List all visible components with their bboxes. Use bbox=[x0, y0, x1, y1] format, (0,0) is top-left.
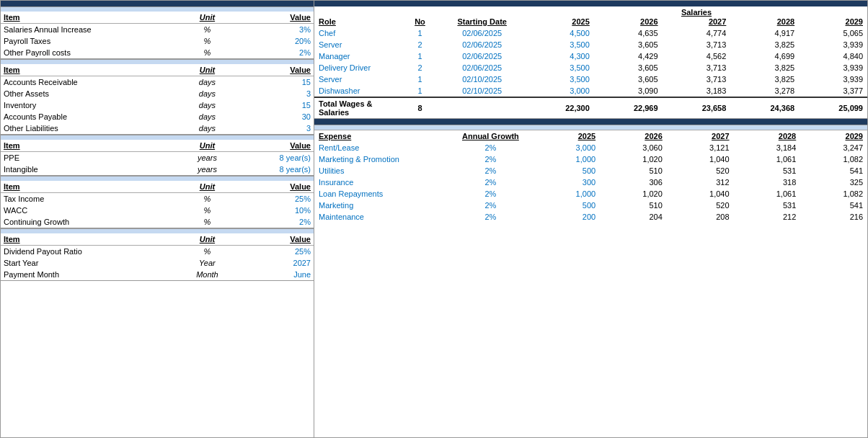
table-row: Payment Month Month June bbox=[1, 269, 314, 280]
growth-cell: 2% bbox=[448, 165, 533, 176]
item-cell: PPE bbox=[1, 152, 173, 164]
opex-2025-header: 2025 bbox=[533, 130, 600, 142]
value-cell: 3 bbox=[242, 122, 314, 134]
table-row: Accounts Receivable days 15 bbox=[1, 76, 314, 89]
opex-2029-cell: 3,247 bbox=[800, 142, 867, 153]
opex-2027-cell: 1,040 bbox=[667, 188, 734, 200]
total-2029: 25,099 bbox=[799, 97, 867, 118]
value-cell: 20% bbox=[242, 35, 314, 47]
opex-section: Expense Annual Growth 2025 2026 2027 202… bbox=[314, 119, 867, 437]
value-cell: 2027 bbox=[242, 257, 314, 269]
table-row: Salaries Annual Increase % 3% bbox=[1, 24, 314, 36]
unit-cell: days bbox=[173, 88, 242, 99]
role-cell: Dishwasher bbox=[314, 85, 402, 97]
value-cell: 15 bbox=[242, 99, 314, 111]
div-col-headers: Item Unit Value bbox=[1, 233, 314, 246]
opex-2027-cell: 520 bbox=[667, 200, 734, 211]
item-cell: Dividend Payout Ratio bbox=[1, 246, 173, 258]
2029-cell: 5,065 bbox=[799, 27, 867, 39]
depreciation-table: Item Unit Value PPE years 8 year(s) Inta… bbox=[1, 140, 314, 175]
working-capital-table: Item Unit Value Accounts Receivable days… bbox=[1, 64, 314, 134]
opex-2028-cell: 531 bbox=[734, 200, 801, 211]
role-cell: Server bbox=[314, 73, 402, 85]
opex-2026-header: 2026 bbox=[600, 130, 667, 142]
expense-cell: Loan Repayments bbox=[314, 188, 448, 200]
2029-cell: 3,939 bbox=[799, 39, 867, 50]
2025-cell: 3,000 bbox=[526, 85, 594, 97]
unit-cell: % bbox=[173, 24, 242, 36]
no-cell: 1 bbox=[402, 27, 439, 39]
no-cell: 1 bbox=[402, 85, 439, 97]
2028-cell: 3,278 bbox=[730, 85, 799, 97]
opex-2025-cell: 300 bbox=[533, 176, 600, 188]
list-item: Loan Repayments 2% 1,000 1,020 1,040 1,0… bbox=[314, 188, 867, 200]
miscellaneous-section: Item Unit Value Tax Income % 25% WACC % … bbox=[1, 176, 314, 228]
right-panel: Salaries Role No Starting Date 2025 2026… bbox=[314, 1, 867, 437]
starting-date-header: Starting Date bbox=[438, 17, 526, 27]
value-cell: 25% bbox=[242, 246, 314, 258]
table-row: Accounts Payable days 30 bbox=[1, 111, 314, 122]
growth-cell: 2% bbox=[448, 211, 533, 223]
no-cell: 1 bbox=[402, 50, 439, 62]
date-cell: 02/06/2025 bbox=[438, 39, 526, 50]
table-row: Other Liabilities days 3 bbox=[1, 122, 314, 134]
opex-2027-cell: 312 bbox=[667, 176, 734, 188]
role-header: Role bbox=[314, 17, 402, 27]
dep-unit-header: Unit bbox=[173, 140, 242, 152]
wc-col-headers: Item Unit Value bbox=[1, 64, 314, 76]
2028-cell: 4,699 bbox=[730, 50, 799, 62]
opex-2025-cell: 500 bbox=[533, 165, 600, 176]
item-cell: Payment Month bbox=[1, 269, 173, 280]
table-row: WACC % 10% bbox=[1, 205, 314, 216]
growth-cell: 2% bbox=[448, 188, 533, 200]
2027-cell: 3,713 bbox=[663, 39, 731, 50]
unit-cell: % bbox=[173, 35, 242, 47]
item-cell: WACC bbox=[1, 205, 173, 216]
dep-item-header: Item bbox=[1, 140, 173, 152]
list-item: Insurance 2% 300 306 312 318 325 bbox=[314, 176, 867, 188]
opex-2029-cell: 325 bbox=[800, 176, 867, 188]
value-cell: 8 year(s) bbox=[242, 152, 314, 164]
opex-2028-cell: 3,184 bbox=[734, 142, 801, 153]
role-cell: Chef bbox=[314, 27, 402, 39]
growth-cell: 2% bbox=[448, 153, 533, 165]
item-cell: Inventory bbox=[1, 99, 173, 111]
opex-2028-cell: 1,061 bbox=[734, 153, 801, 165]
misc-unit-header: Unit bbox=[173, 181, 242, 193]
expense-header: Expense bbox=[314, 130, 448, 142]
2026-header: 2026 bbox=[594, 17, 663, 27]
value-cell: 3% bbox=[242, 24, 314, 36]
table-row: Delivery Driver 2 02/06/2025 3,500 3,605… bbox=[314, 62, 867, 73]
opex-2027-cell: 520 bbox=[667, 165, 734, 176]
opex-2026-cell: 306 bbox=[600, 176, 667, 188]
unit-cell: % bbox=[173, 47, 242, 58]
opex-header bbox=[314, 119, 867, 125]
opex-2027-header: 2027 bbox=[667, 130, 734, 142]
2027-header: 2027 bbox=[663, 17, 731, 27]
2028-header: 2028 bbox=[730, 17, 799, 27]
opex-2029-cell: 541 bbox=[800, 165, 867, 176]
opex-2025-cell: 500 bbox=[533, 200, 600, 211]
value-cell: 30 bbox=[242, 111, 314, 122]
payroll-section: Item Unit Value Salaries Annual Increase… bbox=[1, 6, 314, 59]
table-row: Server 2 02/06/2025 3,500 3,605 3,713 3,… bbox=[314, 39, 867, 50]
personnel-section: Salaries Role No Starting Date 2025 2026… bbox=[314, 1, 867, 119]
misc-col-headers: Item Unit Value bbox=[1, 181, 314, 193]
unit-cell: years bbox=[173, 152, 242, 164]
role-cell: Manager bbox=[314, 50, 402, 62]
opex-2026-cell: 3,060 bbox=[600, 142, 667, 153]
date-cell: 02/06/2025 bbox=[438, 50, 526, 62]
wc-item-header: Item bbox=[1, 64, 173, 76]
2029-header: 2029 bbox=[799, 17, 867, 27]
opex-2026-cell: 1,020 bbox=[600, 153, 667, 165]
2025-cell: 3,500 bbox=[526, 73, 594, 85]
list-item: Maintenance 2% 200 204 208 212 216 bbox=[314, 211, 867, 223]
value-cell: 15 bbox=[242, 76, 314, 89]
unit-cell: years bbox=[173, 164, 242, 175]
payroll-item-header: Item bbox=[1, 12, 173, 24]
opex-2028-header: 2028 bbox=[734, 130, 801, 142]
opex-2026-cell: 510 bbox=[600, 165, 667, 176]
list-item: Marketing & Promotion 2% 1,000 1,020 1,0… bbox=[314, 153, 867, 165]
expense-cell: Rent/Lease bbox=[314, 142, 448, 153]
table-row: PPE years 8 year(s) bbox=[1, 152, 314, 164]
